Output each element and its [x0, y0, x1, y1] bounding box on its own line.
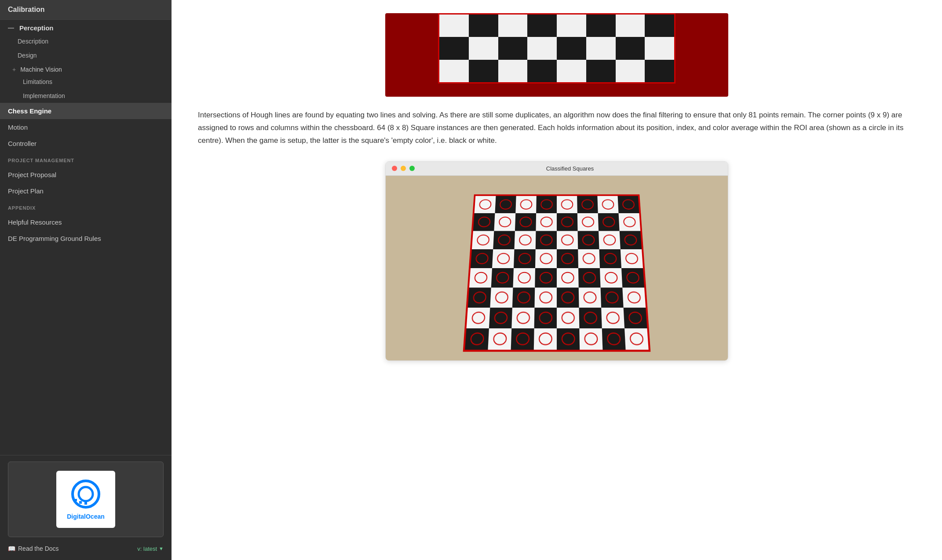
sidebar-item-perception[interactable]: Perception — [0, 20, 172, 34]
section-header-project-management: PROJECT MANAGEMENT — [0, 152, 172, 167]
roi-circle — [581, 199, 594, 210]
roi-circle — [624, 234, 637, 245]
window-minimize-button[interactable] — [401, 166, 406, 171]
classified-cell — [624, 308, 647, 328]
classified-cell — [624, 328, 649, 350]
read-docs-label: Read the Docs — [18, 545, 59, 552]
sidebar-item-limitations[interactable]: Limitations — [0, 75, 172, 89]
classified-cell — [512, 287, 535, 308]
chess-cell — [557, 37, 586, 59]
minus-icon — [8, 28, 14, 29]
chess-cell — [616, 60, 645, 82]
window-maximize-button[interactable] — [409, 166, 415, 171]
top-image-container — [198, 13, 916, 97]
classified-cell — [513, 268, 535, 287]
version-selector[interactable]: v: latest ▼ — [137, 545, 164, 552]
sidebar-item-description[interactable]: Description — [0, 34, 172, 48]
roi-circle — [622, 199, 635, 210]
classified-cell — [578, 231, 599, 249]
roi-circle — [494, 312, 508, 324]
svg-rect-2 — [84, 501, 87, 505]
chess-cell — [527, 60, 557, 82]
sidebar-item-chess-engine[interactable]: Chess Engine — [0, 103, 172, 119]
sidebar-item-motion[interactable]: Motion — [0, 119, 172, 135]
classified-cell — [599, 249, 621, 268]
chess-cell — [498, 60, 528, 82]
roi-circle — [629, 332, 644, 345]
roi-circle — [584, 312, 597, 324]
chess-cell — [586, 15, 616, 37]
sidebar-item-label: Machine Vision — [20, 66, 62, 73]
window-title: Classified Squares — [418, 165, 722, 172]
classified-cell — [622, 287, 646, 308]
sidebar-item-design[interactable]: Design — [0, 48, 172, 62]
classified-cell — [536, 231, 557, 249]
classified-cell — [620, 231, 642, 249]
roi-circle — [516, 312, 530, 324]
chess-cell — [645, 60, 674, 82]
roi-circle — [561, 234, 574, 245]
do-logo-text: DigitalOcean — [67, 513, 105, 520]
classified-cell — [491, 268, 514, 287]
read-docs-link[interactable]: 📖 Read the Docs — [8, 545, 59, 552]
roi-circle — [606, 312, 620, 324]
sidebar-item-label: Implementation — [23, 92, 65, 99]
sidebar-item-machine-vision[interactable]: + Machine Vision — [0, 62, 172, 75]
classified-cell — [515, 196, 537, 213]
sidebar-item-calibration[interactable]: Calibration — [0, 0, 172, 20]
chess-cell — [557, 60, 586, 82]
sidebar-item-label: Project Plan — [8, 187, 44, 195]
roi-circle — [606, 332, 621, 345]
roi-circle — [475, 253, 489, 264]
classified-cell — [557, 231, 578, 249]
roi-circle — [626, 272, 639, 284]
classified-cell — [465, 328, 489, 350]
roi-circle — [605, 291, 619, 303]
classified-cell — [469, 268, 492, 287]
classified-cell — [490, 287, 513, 308]
classified-cell — [514, 231, 536, 249]
svg-rect-3 — [79, 501, 82, 504]
classified-cell — [557, 249, 578, 268]
classified-cell — [618, 196, 639, 213]
classified-cell — [468, 287, 491, 308]
roi-circle — [515, 332, 529, 345]
classified-cell — [601, 287, 624, 308]
classified-cell — [472, 231, 494, 249]
chess-cell — [616, 37, 645, 59]
sidebar-item-label: Description — [18, 38, 48, 45]
sidebar-item-de-programming[interactable]: DE Programming Ground Rules — [0, 230, 172, 247]
roi-circle — [496, 272, 509, 284]
classified-cell — [534, 308, 557, 328]
classified-cell — [579, 328, 602, 350]
roi-circle — [470, 332, 484, 345]
chess-cell — [498, 15, 528, 37]
roi-circle — [627, 291, 641, 303]
classified-cell — [494, 213, 515, 231]
chess-cell — [586, 60, 616, 82]
classified-cell — [557, 268, 579, 287]
sidebar-item-project-plan[interactable]: Project Plan — [0, 183, 172, 199]
sidebar-item-project-proposal[interactable]: Project Proposal — [0, 167, 172, 183]
roi-circle — [540, 253, 552, 264]
classified-cell — [535, 249, 557, 268]
chess-cell — [645, 15, 674, 37]
classified-cell — [600, 268, 622, 287]
roi-circle — [539, 291, 552, 303]
read-docs-row: 📖 Read the Docs v: latest ▼ — [8, 543, 164, 554]
sidebar-item-label: Helpful Resources — [8, 218, 62, 226]
classified-cell — [511, 328, 534, 350]
classified-cell — [557, 308, 579, 328]
window-titlebar: Classified Squares — [386, 162, 728, 176]
roi-circle — [582, 234, 595, 245]
chess-cell — [586, 37, 616, 59]
sidebar-item-implementation[interactable]: Implementation — [0, 89, 172, 103]
window-close-button[interactable] — [392, 166, 397, 171]
sidebar-item-controller[interactable]: Controller — [0, 135, 172, 152]
chess-cell — [439, 37, 469, 59]
roi-circle — [604, 253, 617, 264]
roi-circle — [582, 253, 595, 264]
roi-circle — [583, 272, 596, 284]
section-header-label: APPENDIX — [8, 205, 36, 211]
sidebar-item-helpful-resources[interactable]: Helpful Resources — [0, 214, 172, 230]
